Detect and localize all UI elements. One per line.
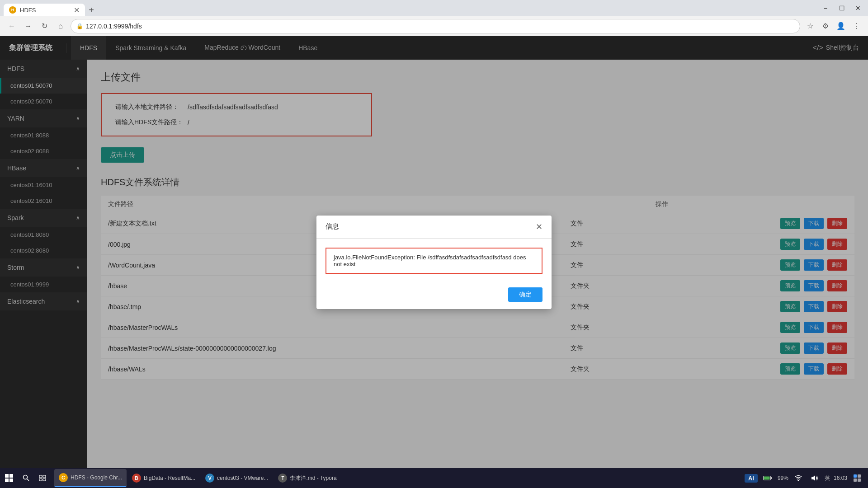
taskbar-battery-icon: [761, 472, 774, 484]
dialog-error-message: java.io.FileNotFoundException: File /sdf…: [326, 248, 542, 274]
taskbar-app-typora[interactable]: T 李沛洋.md - Typora: [274, 469, 341, 487]
taskbar-app-bigdata-label: BigData - ResultMa...: [144, 475, 195, 481]
dialog-close-button[interactable]: ✕: [536, 222, 542, 232]
taskbar-app-bigdata[interactable]: B BigData - ResultMa...: [127, 469, 200, 487]
taskbar-notifications-icon[interactable]: [851, 472, 863, 484]
browser-titlebar: H HDFS ✕ + − ☐ ✕: [0, 0, 868, 16]
taskbar-search-button[interactable]: [18, 468, 34, 488]
taskbar-app-chrome-label: HDFS - Google Chr...: [71, 474, 122, 481]
start-button[interactable]: [0, 468, 18, 488]
taskbar-apps: C HDFS - Google Chr... B BigData - Resul…: [51, 469, 745, 487]
svg-point-9: [797, 480, 799, 481]
chrome-icon: C: [59, 473, 68, 482]
taskbar-app-typora-label: 李沛洋.md - Typora: [290, 474, 336, 482]
nav-right-icons: ☆ ⚙ 👤 ⋮: [804, 20, 863, 33]
dialog: 信息 ✕ java.io.FileNotFoundException: File…: [316, 216, 552, 309]
svg-marker-10: [811, 475, 815, 481]
tab-close-button[interactable]: ✕: [74, 6, 80, 14]
ai-badge[interactable]: Ai: [745, 474, 758, 483]
taskbar-right: Ai 99% 英 16:03: [745, 472, 868, 484]
minimize-button[interactable]: −: [819, 2, 832, 14]
dialog-footer: 确定: [316, 283, 552, 309]
security-icon: 🔒: [76, 23, 83, 29]
maximize-button[interactable]: ☐: [835, 2, 848, 14]
vmware-icon: V: [205, 474, 214, 483]
taskbar-app-vmware-label: centos03 - VMware...: [217, 475, 268, 481]
taskbar-multidesktop-button[interactable]: [34, 468, 51, 488]
tab-favicon: H: [9, 6, 16, 14]
taskbar-language: 英: [825, 474, 830, 482]
typora-icon: T: [278, 474, 287, 483]
svg-rect-8: [771, 477, 772, 479]
dialog-header: 信息 ✕: [316, 216, 552, 239]
taskbar-battery-text: 99%: [778, 475, 788, 481]
svg-rect-12: [858, 474, 861, 478]
address-bar[interactable]: 🔒 127.0.0.1:9999/hdfs: [71, 19, 800, 33]
svg-rect-14: [858, 479, 861, 482]
home-button[interactable]: ⌂: [54, 20, 67, 33]
taskbar-network-icon: [792, 472, 805, 484]
svg-rect-4: [39, 479, 42, 481]
browser-tab-active[interactable]: H HDFS ✕: [4, 4, 85, 16]
dialog-confirm-button[interactable]: 确定: [508, 287, 542, 302]
browser-navbar: ← → ↻ ⌂ 🔒 127.0.0.1:9999/hdfs ☆ ⚙ 👤 ⋮: [0, 16, 868, 36]
tab-title: HDFS: [20, 7, 36, 14]
dialog-title: 信息: [326, 222, 339, 231]
extensions-button[interactable]: ⚙: [819, 20, 832, 33]
svg-line-1: [27, 479, 29, 481]
profile-button[interactable]: 👤: [835, 20, 847, 33]
menu-button[interactable]: ⋮: [850, 20, 863, 33]
svg-rect-5: [43, 479, 46, 481]
taskbar: C HDFS - Google Chr... B BigData - Resul…: [0, 468, 868, 488]
address-text: 127.0.0.1:9999/hdfs: [86, 23, 794, 30]
taskbar-app-chrome[interactable]: C HDFS - Google Chr...: [54, 469, 127, 487]
taskbar-volume-icon: [808, 472, 821, 484]
back-button[interactable]: ←: [5, 20, 18, 33]
browser-window-controls: − ☐ ✕: [819, 2, 864, 14]
refresh-button[interactable]: ↻: [38, 20, 51, 33]
svg-rect-3: [43, 475, 46, 478]
dialog-overlay: 信息 ✕ java.io.FileNotFoundException: File…: [0, 36, 868, 488]
svg-point-0: [24, 475, 28, 479]
svg-rect-2: [39, 475, 42, 478]
windows-logo-icon: [5, 474, 13, 482]
new-tab-button[interactable]: +: [85, 4, 98, 16]
browser-chrome: H HDFS ✕ + − ☐ ✕ ← → ↻ ⌂ 🔒 127.0.0.1:999…: [0, 0, 868, 36]
taskbar-time: 16:03: [834, 474, 847, 482]
bigdata-icon: B: [132, 474, 141, 483]
browser-tabs: H HDFS ✕ +: [4, 0, 98, 16]
close-button[interactable]: ✕: [852, 2, 864, 14]
bookmark-button[interactable]: ☆: [804, 20, 816, 33]
svg-rect-13: [854, 479, 857, 482]
svg-rect-11: [854, 474, 857, 478]
taskbar-app-vmware[interactable]: V centos03 - VMware...: [201, 469, 273, 487]
forward-button[interactable]: →: [22, 20, 34, 33]
svg-rect-7: [764, 477, 769, 480]
dialog-body: java.io.FileNotFoundException: File /sdf…: [316, 239, 552, 283]
